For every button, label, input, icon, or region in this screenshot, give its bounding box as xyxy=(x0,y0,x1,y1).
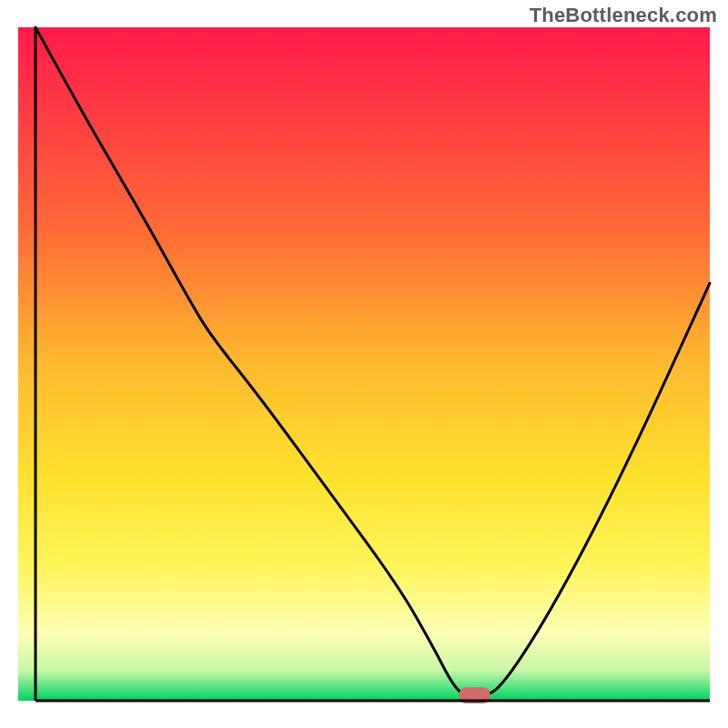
bottleneck-chart xyxy=(0,0,728,728)
gradient-background xyxy=(18,27,710,701)
chart-container: TheBottleneck.com xyxy=(0,0,728,728)
watermark-text: TheBottleneck.com xyxy=(530,4,717,27)
